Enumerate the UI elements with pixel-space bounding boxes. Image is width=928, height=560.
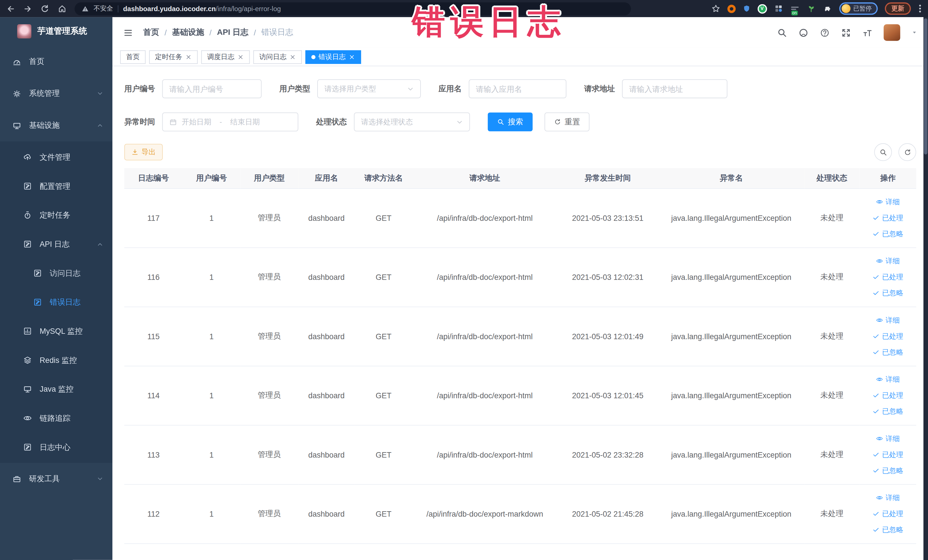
fullscreen-icon[interactable]	[841, 27, 851, 37]
user-type-select[interactable]: 请选择用户类型	[317, 79, 421, 98]
mark-processed-link[interactable]: 已处理	[872, 450, 903, 459]
mark-ignored-link[interactable]: 已忽略	[872, 229, 903, 239]
detail-link[interactable]: 详细	[876, 315, 900, 325]
font-size-icon[interactable]	[862, 27, 872, 37]
user-avatar[interactable]	[884, 24, 901, 41]
user-id-input[interactable]	[169, 84, 255, 93]
browser-menu-icon[interactable]	[918, 3, 922, 14]
sidebar-item-api-log[interactable]: API 日志	[0, 230, 112, 259]
browser-reload-icon[interactable]	[40, 4, 50, 13]
mark-ignored-link[interactable]: 已忽略	[872, 347, 903, 357]
extension-grid-icon[interactable]	[774, 4, 783, 13]
app-name-input[interactable]	[476, 84, 559, 93]
mark-processed-link[interactable]: 已处理	[872, 509, 903, 519]
sidebar-logo[interactable]: 芋道管理系统	[0, 17, 112, 46]
search-icon	[879, 148, 887, 156]
tab-job-log[interactable]: 调度日志	[201, 50, 250, 64]
tab-home[interactable]: 首页	[120, 50, 145, 64]
mark-ignored-link[interactable]: 已忽略	[872, 406, 903, 416]
toggle-search-button[interactable]	[874, 143, 892, 161]
detail-link[interactable]: 详细	[876, 256, 900, 266]
sidebar-item-mysql[interactable]: MySQL 监控	[0, 317, 112, 346]
hamburger-icon[interactable]	[123, 27, 133, 37]
cell-status: 未处理	[804, 366, 859, 425]
browser-home-icon[interactable]	[57, 4, 67, 13]
cell-status: 未处理	[804, 307, 859, 366]
sidebar-item-dev-tools[interactable]: 研发工具	[0, 463, 112, 495]
processed-link-label: 已处理	[882, 272, 904, 282]
extension-sprout-icon[interactable]	[806, 4, 815, 13]
sidebar-item-infra[interactable]: 基础设施	[0, 110, 112, 142]
sidebar-item-log-center[interactable]: 日志中心	[0, 433, 112, 462]
date-range-picker[interactable]: 开始日期 - 结束日期	[162, 112, 298, 131]
address-bar[interactable]: 不安全 dashboard.yudao.iocoder.cn/infra/log…	[75, 2, 631, 15]
bookmark-star-icon[interactable]	[711, 4, 720, 13]
request-url-input[interactable]	[629, 84, 720, 93]
browser-back-icon[interactable]	[6, 4, 15, 13]
sidebar-item-home[interactable]: 首页	[0, 46, 112, 78]
mark-ignored-link[interactable]: 已忽略	[872, 465, 903, 476]
browser-profile-chip[interactable]: 已暂停	[839, 2, 878, 15]
close-icon[interactable]	[290, 53, 296, 60]
extension-green-icon[interactable]: V	[757, 4, 767, 13]
cell-status: 未处理	[804, 247, 859, 307]
cell-url: /api/infra/db-doc/export-html	[412, 247, 557, 307]
sidebar-item-redis[interactable]: Redis 监控	[0, 346, 112, 375]
mark-ignored-link[interactable]: 已忽略	[872, 288, 903, 298]
sidebar: 芋道管理系统 首页 系统管理 基础设施 文件管理	[0, 17, 112, 560]
cell-actions: 详细 已处理 已忽略	[859, 247, 916, 307]
tab-job[interactable]: 定时任务	[149, 50, 198, 64]
mark-ignored-link[interactable]: 已忽略	[872, 525, 903, 535]
close-icon[interactable]	[185, 53, 192, 60]
search-button[interactable]: 搜索	[488, 112, 533, 131]
sidebar-item-access-log[interactable]: 访问日志	[0, 259, 112, 288]
mark-processed-link[interactable]: 已处理	[872, 213, 903, 223]
cell-exception: java.lang.IllegalArgumentException	[658, 188, 804, 247]
sidebar-item-config[interactable]: 配置管理	[0, 172, 112, 201]
scrollbar-thumb[interactable]	[924, 18, 927, 154]
export-button[interactable]: 导出	[124, 144, 163, 160]
extension-orange-icon[interactable]	[727, 5, 736, 13]
sidebar-item-job[interactable]: 定时任务	[0, 201, 112, 230]
close-icon[interactable]	[349, 53, 355, 60]
check-icon	[872, 526, 879, 533]
cell-log-id: 115	[124, 307, 183, 366]
sidebar-item-error-log[interactable]: 错误日志	[0, 288, 112, 317]
sidebar-item-file[interactable]: 文件管理	[0, 143, 112, 172]
github-icon[interactable]	[798, 27, 809, 37]
refresh-table-button[interactable]	[898, 143, 916, 161]
mark-processed-link[interactable]: 已处理	[872, 331, 903, 341]
check-icon	[872, 230, 879, 237]
check-icon	[872, 407, 879, 415]
browser-forward-icon[interactable]	[23, 4, 32, 13]
reset-button[interactable]: 重置	[545, 112, 590, 131]
sidebar-item-system[interactable]: 系统管理	[0, 78, 112, 110]
sidebar-item-java[interactable]: Java 监控	[0, 375, 112, 404]
cell-actions: 详细 已处理 已忽略	[859, 425, 916, 484]
caret-down-icon[interactable]	[911, 30, 917, 36]
detail-link[interactable]: 详细	[876, 197, 900, 207]
breadcrumb-infra[interactable]: 基础设施	[172, 27, 204, 38]
breadcrumb-home[interactable]: 首页	[143, 27, 159, 38]
sidebar-item-trace[interactable]: 链路追踪	[0, 404, 112, 433]
close-icon[interactable]	[237, 53, 244, 60]
tab-access-log[interactable]: 访问日志	[253, 50, 302, 64]
detail-link[interactable]: 详细	[876, 433, 900, 444]
extensions-puzzle-icon[interactable]	[823, 4, 832, 13]
help-icon[interactable]	[820, 27, 830, 37]
check-icon	[872, 273, 879, 281]
extension-on-badge-icon[interactable]: on	[790, 4, 799, 13]
check-icon	[872, 392, 879, 399]
breadcrumb-api-log[interactable]: API 日志	[217, 27, 249, 38]
search-icon[interactable]	[777, 27, 787, 37]
mark-processed-link[interactable]: 已处理	[872, 272, 903, 282]
browser-update-button[interactable]: 更新	[885, 2, 911, 15]
extension-shield-icon[interactable]	[743, 4, 750, 13]
briefcase-icon	[12, 475, 21, 483]
detail-link[interactable]: 详细	[876, 493, 900, 503]
mark-processed-link[interactable]: 已处理	[872, 390, 903, 400]
detail-link[interactable]: 详细	[876, 374, 900, 384]
process-status-select[interactable]: 请选择处理状态	[354, 112, 470, 131]
log-document-icon	[23, 240, 32, 249]
tab-error-log[interactable]: 错误日志	[305, 50, 361, 64]
